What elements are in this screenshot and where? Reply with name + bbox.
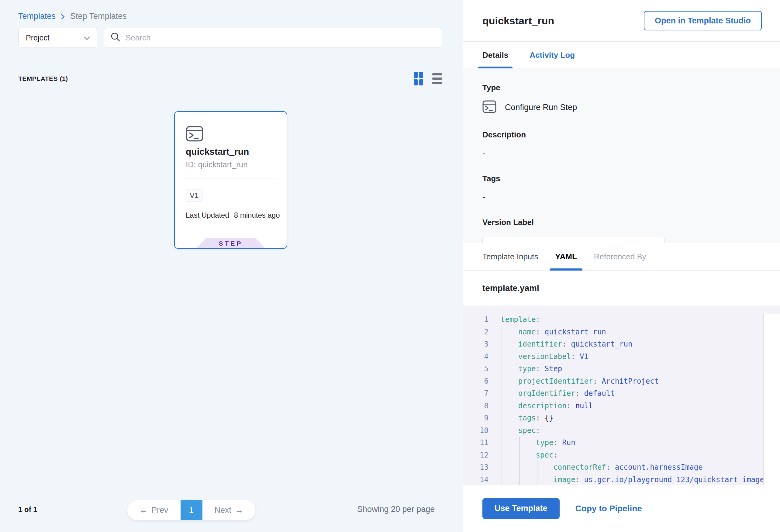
pagination-prev-button[interactable]: ← Prev bbox=[127, 500, 181, 520]
indent-guide bbox=[537, 461, 537, 485]
yaml-tabs: Template Inputs YAML Referenced By bbox=[463, 243, 780, 271]
details-panel-footer: Use Template Copy to Pipeline bbox=[463, 485, 780, 532]
yaml-line-6: 6 projectIdentifier: ArchitProject bbox=[469, 375, 780, 388]
per-page-text: Showing 20 per page bbox=[357, 504, 435, 514]
type-value: Configure Run Step bbox=[505, 103, 577, 112]
chevron-right-icon bbox=[60, 13, 65, 20]
templates-list-panel: Templates Step Templates Project TEMPLAT bbox=[0, 0, 462, 532]
breadcrumb: Templates Step Templates bbox=[18, 11, 127, 21]
last-updated-value: 8 minutes ago bbox=[234, 211, 280, 220]
card-last-updated: Last Updated 8 minutes ago bbox=[186, 211, 280, 220]
step-type-badge: STEP bbox=[197, 238, 265, 248]
yaml-line-1: 1template: bbox=[469, 313, 780, 326]
tags-value: - bbox=[482, 192, 761, 202]
tab-template-inputs[interactable]: Template Inputs bbox=[482, 243, 538, 270]
tab-yaml[interactable]: YAML bbox=[555, 243, 577, 270]
step-badge-label: STEP bbox=[197, 238, 265, 248]
terminal-icon bbox=[186, 126, 203, 143]
tab-activity-log[interactable]: Activity Log bbox=[530, 42, 575, 68]
arrow-left-icon: ← bbox=[140, 505, 148, 515]
yaml-line-10: 10 spec: bbox=[469, 424, 780, 437]
list-view-icon[interactable] bbox=[432, 73, 442, 84]
yaml-code-lines: 1template:2 name: quickstart_run3 identi… bbox=[469, 313, 780, 485]
details-section: Type Configure Run Step Description - Ta… bbox=[463, 68, 780, 243]
template-details-panel: quickstart_run Open in Template Studio D… bbox=[462, 0, 780, 532]
card-divider bbox=[185, 178, 277, 179]
grid-view-icon[interactable] bbox=[414, 72, 423, 86]
open-template-studio-button[interactable]: Open in Template Studio bbox=[644, 11, 762, 31]
scope-select[interactable]: Project bbox=[18, 28, 98, 47]
pagination: ← Prev 1 Next → bbox=[127, 500, 255, 520]
yaml-line-4: 4 versionLabel: V1 bbox=[469, 350, 780, 363]
card-id: ID: quickstart_run bbox=[186, 160, 248, 169]
next-label: Next bbox=[214, 505, 232, 515]
type-row: Configure Run Step bbox=[482, 100, 761, 114]
yaml-line-12: 12 spec: bbox=[469, 449, 780, 462]
last-updated-label: Last Updated bbox=[186, 211, 229, 220]
tab-details[interactable]: Details bbox=[482, 42, 508, 68]
description-label: Description bbox=[482, 130, 761, 140]
templates-section-header: TEMPLATES (1) bbox=[18, 72, 442, 86]
description-value: - bbox=[482, 149, 761, 158]
result-count: 1 of 1 bbox=[18, 505, 37, 514]
details-tabs: Details Activity Log bbox=[463, 42, 780, 68]
template-card-quickstart-run[interactable]: quickstart_run ID: quickstart_run V1 Las… bbox=[174, 111, 287, 249]
filter-row: Project bbox=[18, 28, 442, 47]
indent-guide bbox=[519, 437, 520, 485]
yaml-line-3: 3 identifier: quickstart_run bbox=[469, 338, 780, 350]
view-toggles bbox=[414, 72, 442, 86]
copy-to-pipeline-link[interactable]: Copy to Pipeline bbox=[575, 504, 642, 514]
search-box bbox=[104, 28, 442, 47]
yaml-file-header: template.yaml bbox=[463, 271, 780, 305]
yaml-line-9: 9 tags: {} bbox=[469, 412, 780, 424]
yaml-line-13: 13 connectorRef: account.harnessImage bbox=[469, 461, 780, 474]
scope-select-value: Project bbox=[26, 34, 50, 42]
card-title: quickstart_run bbox=[186, 147, 249, 157]
indent-guide bbox=[501, 326, 502, 485]
search-icon bbox=[110, 32, 121, 44]
chevron-down-icon bbox=[84, 34, 90, 42]
search-input[interactable] bbox=[126, 33, 436, 43]
yaml-line-2: 2 name: quickstart_run bbox=[469, 326, 780, 338]
yaml-file-name: template.yaml bbox=[482, 283, 539, 293]
pagination-page-1[interactable]: 1 bbox=[181, 500, 202, 520]
yaml-line-8: 8 description: null bbox=[469, 400, 780, 412]
arrow-right-icon: → bbox=[235, 505, 243, 515]
yaml-line-11: 11 type: Run bbox=[469, 437, 780, 449]
yaml-code-viewer[interactable]: 1template:2 name: quickstart_run3 identi… bbox=[463, 305, 780, 485]
yaml-line-5: 5 type: Step bbox=[469, 363, 780, 375]
code-scrollbar[interactable] bbox=[763, 314, 780, 485]
type-label: Type bbox=[482, 83, 761, 92]
prev-label: Prev bbox=[151, 505, 168, 515]
tab-referenced-by[interactable]: Referenced By bbox=[594, 243, 646, 270]
templates-count-title: TEMPLATES (1) bbox=[18, 75, 68, 82]
details-panel-header: quickstart_run Open in Template Studio bbox=[463, 0, 780, 42]
breadcrumb-current: Step Templates bbox=[70, 11, 127, 21]
yaml-line-7: 7 orgIdentifier: default bbox=[469, 387, 780, 400]
templates-page: Templates Step Templates Project TEMPLAT bbox=[0, 0, 780, 532]
tags-label: Tags bbox=[482, 174, 761, 183]
use-template-button[interactable]: Use Template bbox=[482, 498, 559, 519]
pagination-next-button[interactable]: Next → bbox=[202, 500, 256, 520]
breadcrumb-templates-link[interactable]: Templates bbox=[18, 11, 56, 21]
panel-title: quickstart_run bbox=[482, 15, 554, 27]
yaml-line-14: 14 image: us.gcr.io/playground-123/quick… bbox=[469, 474, 780, 485]
terminal-icon bbox=[482, 100, 496, 114]
version-label: Version Label bbox=[482, 217, 761, 227]
card-version-badge: V1 bbox=[186, 189, 202, 202]
